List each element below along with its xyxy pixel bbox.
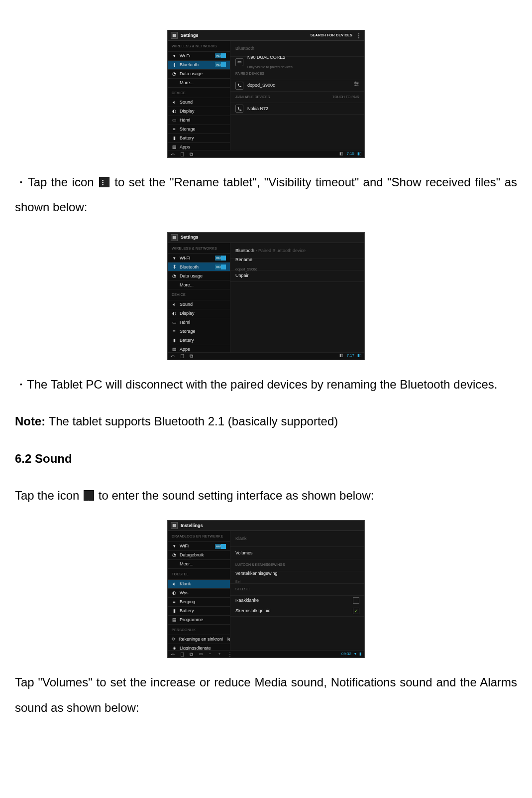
settings-slider-icon[interactable]: [353, 81, 359, 90]
bluetooth-icon: [172, 62, 177, 67]
screen-lock-sound-row[interactable]: Skermslotklgeluid ✓: [230, 606, 364, 617]
sidebar-item-data-usage[interactable]: ◔Data usage: [168, 271, 230, 280]
note-label: Note:: [15, 414, 45, 428]
sidebar-item-wifi[interactable]: ▾Wi-FiON: [168, 254, 230, 263]
svg-rect-23: [175, 527, 176, 527]
sidebar-item-data-usage[interactable]: ◔ Data usage: [168, 70, 230, 79]
overflow-menu-icon[interactable]: ⋯: [356, 33, 362, 38]
recents-button[interactable]: ⧉: [190, 649, 193, 660]
battery-status-icon: ▮▯: [357, 150, 361, 158]
sidebar-item-wifi[interactable]: ▾ Wi-Fi ON: [168, 52, 230, 61]
svg-rect-3: [175, 35, 176, 36]
available-header: AVAILABLE DEVICESTOUCH TO PAIR: [230, 92, 364, 104]
paired-name: dopod_S900c: [247, 81, 275, 90]
wifi-toggle[interactable]: AAN: [215, 544, 226, 549]
recents-button[interactable]: ⧉: [190, 149, 193, 159]
display-icon: ◐: [172, 109, 177, 114]
avail-name: Nokia N72: [247, 104, 268, 114]
section-header-device: DEVICE: [168, 88, 230, 99]
system-nav-bar: ⤺ ⎕ ⧉ ◧ 7:15 ▮▯: [168, 150, 364, 157]
bluetooth-toggle[interactable]: ON: [215, 62, 226, 67]
sidebar-item-wifi[interactable]: ▾WiFiAAN: [168, 542, 230, 551]
checkbox-checked[interactable]: ✓: [353, 608, 359, 614]
system-header: STELSEL: [230, 584, 364, 596]
sidebar-item-display[interactable]: ◐ Display: [168, 107, 230, 116]
clock: 7:17: [346, 352, 354, 360]
home-button[interactable]: ⎕: [181, 649, 184, 660]
body-p3: Tap the icon to enter the sound setting …: [15, 483, 517, 508]
clock: 7:15: [346, 150, 354, 158]
home-button[interactable]: ⎕: [181, 351, 184, 361]
sidebar-item-storage[interactable]: ≡ Storage: [168, 125, 230, 134]
tablet-frame: Instellings DRAADLOOS EN NETWERKE ▾WiFiA…: [167, 520, 365, 658]
sidebar-item-storage[interactable]: ≡Storage: [168, 327, 230, 336]
tablet-icon: ▭: [235, 58, 243, 66]
svg-rect-15: [175, 237, 176, 238]
sidebar-item-display[interactable]: ◐Display: [168, 309, 230, 318]
sidebar-item-battery[interactable]: ▮Battery: [168, 607, 230, 616]
paired-device-row[interactable]: dopod_S900c: [230, 80, 364, 92]
wifi-toggle[interactable]: ON: [215, 256, 226, 261]
sidebar-item-battery[interactable]: ▮ Battery: [168, 134, 230, 143]
vol-up-icon[interactable]: ＋: [217, 650, 221, 659]
label: Data usage: [180, 69, 226, 79]
app-title: Settings: [181, 31, 199, 40]
search-devices-button[interactable]: SEARCH FOR DEVICES: [311, 32, 352, 39]
body-p2: ・The Tablet PC will disconnect with the …: [15, 372, 517, 397]
sidebar-item-more[interactable]: Meer...: [168, 560, 230, 569]
document-page: Settings SEARCH FOR DEVICES ⋯ WIRELESS &…: [0, 0, 532, 747]
sidebar-item-accounts-sync[interactable]: ⟳Rekeninge en sinkroni ie: [168, 635, 230, 644]
sidebar-item-more[interactable]: More...: [168, 79, 230, 88]
svg-rect-12: [173, 236, 174, 237]
default-notification-row[interactable]: Verstekkennisgewing Bel: [230, 571, 364, 584]
svg-rect-1: [175, 34, 176, 35]
bluetooth-device-panel: Bluetooth › Paired Bluetooth device Rena…: [230, 243, 364, 353]
recents-button[interactable]: ⧉: [190, 351, 193, 361]
svg-rect-22: [173, 527, 174, 527]
action-bar: Instellings: [168, 521, 364, 531]
sidebar-item-hdmi[interactable]: ▭ Hdmi: [168, 116, 230, 125]
sidebar-item-data-usage[interactable]: ◔Datagebruik: [168, 551, 230, 560]
svg-rect-13: [175, 236, 176, 237]
svg-rect-21: [175, 526, 176, 526]
sidebar-item-apps[interactable]: ▤Programme: [168, 616, 230, 625]
action-bar: Settings SEARCH FOR DEVICES ⋯: [168, 30, 364, 41]
body-note: Note: The tablet supports Bluetooth 2.1 …: [15, 409, 517, 434]
sidebar-item-sound[interactable]: Sound: [168, 300, 230, 309]
back-button[interactable]: ⤺: [171, 149, 175, 159]
phone-icon: [235, 105, 243, 113]
checkbox-unchecked[interactable]: [353, 597, 359, 604]
touch-sounds-row[interactable]: Raakklanke: [230, 596, 364, 606]
sidebar-item-more[interactable]: More...: [168, 280, 230, 289]
svg-rect-20: [173, 526, 174, 526]
sidebar-item-sound[interactable]: Klank: [168, 580, 230, 589]
sidebar-item-storage[interactable]: ≡Berging: [168, 598, 230, 607]
home-button[interactable]: ⎕: [181, 149, 184, 159]
device-sub: Only visible to paired devices: [247, 65, 293, 69]
sidebar-item-display[interactable]: ◐Wys: [168, 589, 230, 598]
tablet-frame: Settings WIRELESS & NETWORKS ▾Wi-FiON Bl…: [167, 232, 365, 360]
clock: 09:32: [341, 650, 351, 659]
settings-sidebar: WIRELESS & NETWORKS ▾Wi-FiON BluetoothON…: [168, 243, 230, 353]
back-button[interactable]: ⤺: [171, 649, 175, 660]
sidebar-item-bluetooth[interactable]: Bluetooth ON: [168, 61, 230, 70]
wifi-toggle[interactable]: ON: [215, 53, 226, 58]
sidebar-item-hdmi[interactable]: ▭Hdmi: [168, 318, 230, 327]
sound-icon: [84, 490, 94, 501]
bluetooth-toggle[interactable]: ON: [215, 265, 226, 269]
vol-down-icon[interactable]: −: [209, 650, 212, 659]
this-device-row[interactable]: ▭ N90 DUAL CORE2 Only visible to paired …: [230, 57, 364, 68]
screenshot-icon[interactable]: ▭: [199, 650, 203, 659]
sidebar-item-battery[interactable]: ▮Battery: [168, 336, 230, 345]
body-p4: Tap "Volumes" to set the increase or red…: [15, 670, 517, 720]
back-button[interactable]: ⤺: [171, 351, 175, 361]
section-header-wireless: WIRELESS & NETWORKS: [168, 41, 230, 52]
heading-6-2: 6.2 Sound: [15, 446, 517, 471]
available-device-row[interactable]: Nokia N72: [230, 103, 364, 115]
volumes-row[interactable]: Volumes: [230, 547, 364, 559]
sidebar-item-sound[interactable]: Sound: [168, 98, 230, 107]
overflow-icon[interactable]: ⋮: [227, 649, 232, 660]
sidebar-item-bluetooth[interactable]: BluetoothON: [168, 263, 230, 271]
overflow-menu-icon: [99, 177, 109, 187]
rename-row[interactable]: Rename dopod_S900c: [230, 259, 364, 270]
